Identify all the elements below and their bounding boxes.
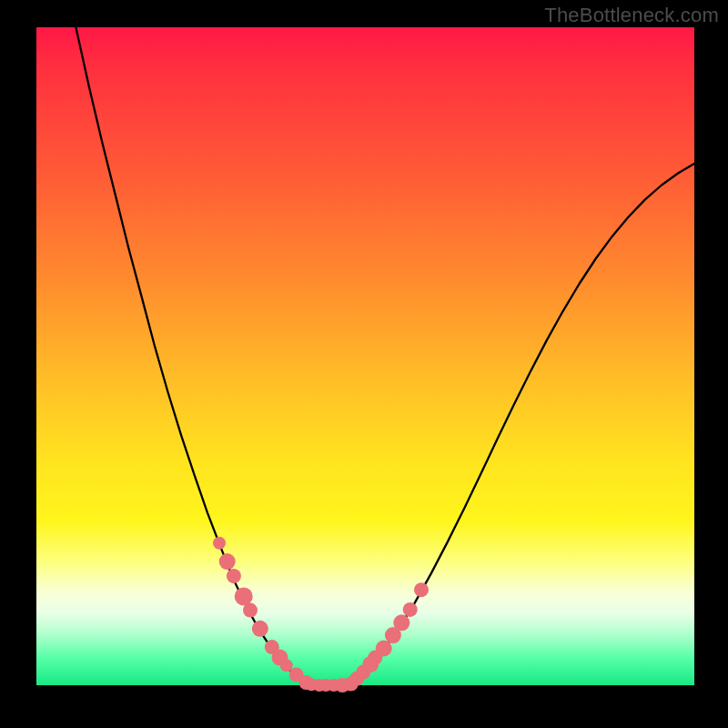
- watermark-text: TheBottleneck.com: [544, 4, 719, 27]
- data-marker: [235, 587, 253, 605]
- data-marker: [213, 537, 226, 550]
- data-marker: [403, 602, 418, 617]
- data-marker: [252, 621, 268, 637]
- data-marker: [243, 603, 258, 618]
- chart-frame: TheBottleneck.com: [0, 0, 728, 728]
- data-markers: [213, 537, 429, 693]
- data-marker: [219, 553, 236, 570]
- bottleneck-curve: [76, 27, 694, 685]
- curve-layer: [36, 27, 694, 685]
- plot-area: [36, 27, 694, 685]
- data-marker: [227, 569, 241, 583]
- data-marker: [393, 614, 410, 631]
- data-marker: [414, 582, 429, 597]
